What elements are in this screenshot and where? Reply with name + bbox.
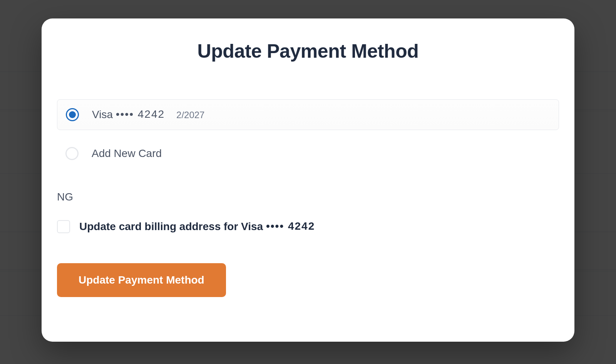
payment-option-existing-card[interactable]: Visa •••• 4242 2/2027 [57,99,559,130]
payment-option-add-new-card[interactable]: Add New Card [57,139,559,169]
submit-update-payment-button[interactable]: Update Payment Method [57,263,226,297]
billing-card-brand: Visa [241,220,263,232]
status-text: NG [57,191,559,203]
billing-card-masked: •••• 4242 [266,220,315,232]
existing-card-label: Visa •••• 4242 2/2027 [92,109,204,121]
checkbox-icon[interactable] [57,220,70,233]
modal-title: Update Payment Method [57,40,559,62]
add-new-card-label: Add New Card [92,147,162,160]
modal-overlay[interactable]: Update Payment Method Visa •••• 4242 2/2… [0,0,616,364]
billing-label-prefix: Update card billing address for [79,220,238,232]
card-expiry: 2/2027 [176,110,204,120]
update-payment-modal: Update Payment Method Visa •••• 4242 2/2… [42,18,574,342]
card-brand: Visa [92,109,113,120]
radio-unselected-icon [65,147,79,160]
radio-selected-icon [66,108,79,121]
update-billing-label[interactable]: Update card billing address for Visa •••… [79,220,315,233]
update-billing-address-row[interactable]: Update card billing address for Visa •••… [57,220,559,233]
card-masked: •••• 4242 [116,108,165,120]
